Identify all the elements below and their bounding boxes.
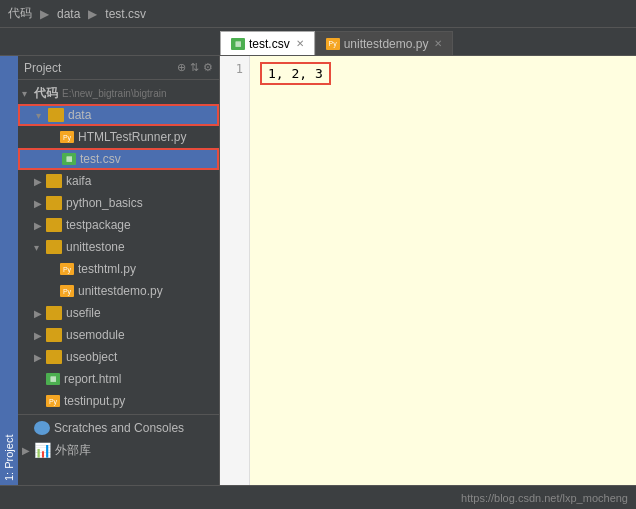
- external-lib[interactable]: ▶ 📊 外部库: [18, 439, 219, 461]
- panel-label-text: 1: Project: [3, 435, 15, 481]
- extlib-label: 外部库: [55, 442, 91, 459]
- tree-item-python-basics[interactable]: ▶ python_basics: [18, 192, 219, 214]
- tab-label-unittestdemo: unittestdemo.py: [344, 37, 429, 51]
- tab-unittestdemo-py[interactable]: Py unittestdemo.py ✕: [315, 31, 454, 55]
- root-arrow: ▾: [22, 88, 34, 99]
- root-label: 代码: [34, 85, 58, 102]
- htmltestrunner-label: HTMLTestRunner.py: [78, 130, 187, 144]
- tree-item-htmltestrunner[interactable]: Py HTMLTestRunner.py: [18, 126, 219, 148]
- project-panel-tab[interactable]: 1: Project: [0, 56, 18, 485]
- add-icon[interactable]: ⊕: [177, 61, 186, 74]
- usemodule-arrow: ▶: [34, 330, 46, 341]
- python-basics-label: python_basics: [66, 196, 143, 210]
- kaifa-arrow: ▶: [34, 176, 46, 187]
- project-tree-wrapper: Project ⊕ ⇅ ⚙ ▾ 代码 E:\new_bigtrain\bigtr…: [18, 56, 219, 485]
- sidebar-inner: 1: Project Project ⊕ ⇅ ⚙ ▾: [0, 56, 219, 485]
- line-numbers: 1: [220, 56, 250, 485]
- gear-icon[interactable]: ⚙: [203, 61, 213, 74]
- csv-icon: ▦: [231, 38, 245, 50]
- data-folder-arrow: ▾: [36, 110, 48, 121]
- tree-item-kaifa[interactable]: ▶ kaifa: [18, 170, 219, 192]
- data-folder-icon: [48, 108, 64, 122]
- title-path-part1: data: [57, 7, 80, 21]
- tab-bar: ▦ test.csv ✕ Py unittestdemo.py ✕: [0, 28, 636, 56]
- usefile-icon: [46, 306, 62, 320]
- title-bar: 代码 ▶ data ▶ test.csv: [0, 0, 636, 28]
- title-sep1: ▶: [40, 7, 49, 21]
- usemodule-label: usemodule: [66, 328, 125, 342]
- sidebar-header-icons: ⊕ ⇅ ⚙: [177, 61, 213, 74]
- tree-item-usemodule[interactable]: ▶ usemodule: [18, 324, 219, 346]
- tree-item-useobject[interactable]: ▶ useobject: [18, 346, 219, 368]
- tree-item-report-html[interactable]: ▦ report.html: [18, 368, 219, 390]
- tree-item-testinput[interactable]: Py testinput.py: [18, 390, 219, 412]
- testpackage-label: testpackage: [66, 218, 131, 232]
- report-label: report.html: [64, 372, 121, 386]
- title-project-label: 代码: [8, 5, 32, 22]
- title-sep2: ▶: [88, 7, 97, 21]
- extlib-arrow: ▶: [22, 445, 34, 456]
- kaifa-icon: [46, 174, 62, 188]
- scratches-label: Scratches and Consoles: [54, 421, 184, 435]
- tree-item-usefile[interactable]: ▶ usefile: [18, 302, 219, 324]
- sidebar-tree[interactable]: ▾ 代码 E:\new_bigtrain\bigtrain ▾ data Py: [18, 80, 219, 485]
- usemodule-icon: [46, 328, 62, 342]
- bottom-bar: https://blog.csdn.net/lxp_mocheng: [0, 485, 636, 509]
- useobject-label: useobject: [66, 350, 117, 364]
- extlib-icon: 📊: [34, 442, 51, 458]
- code-line-1: 1, 2, 3: [260, 62, 626, 84]
- watermark: https://blog.csdn.net/lxp_mocheng: [461, 492, 628, 504]
- tree-item-testhtml[interactable]: Py testhtml.py: [18, 258, 219, 280]
- tab-close-csv[interactable]: ✕: [296, 38, 304, 49]
- testinput-icon: Py: [46, 395, 60, 407]
- tree-root[interactable]: ▾ 代码 E:\new_bigtrain\bigtrain: [18, 82, 219, 104]
- tree-item-testpackage[interactable]: ▶ testpackage: [18, 214, 219, 236]
- main-content: 1: Project Project ⊕ ⇅ ⚙ ▾: [0, 56, 636, 485]
- testpackage-icon: [46, 218, 62, 232]
- unittestdemo-icon: Py: [60, 285, 74, 297]
- unittestdemo-label: unittestdemo.py: [78, 284, 163, 298]
- tab-label-test-csv: test.csv: [249, 37, 290, 51]
- title-path-part2: test.csv: [105, 7, 146, 21]
- tab-close-py[interactable]: ✕: [434, 38, 442, 49]
- editor-content: 1 1, 2, 3: [220, 56, 636, 485]
- editor-area: 1 1, 2, 3: [220, 56, 636, 485]
- code-content: 1, 2, 3: [260, 62, 331, 85]
- unittestone-arrow: ▾: [34, 242, 46, 253]
- sync-icon[interactable]: ⇅: [190, 61, 199, 74]
- useobject-arrow: ▶: [34, 352, 46, 363]
- testcsv-icon: ▦: [62, 153, 76, 165]
- data-folder-label: data: [68, 108, 91, 122]
- usefile-label: usefile: [66, 306, 101, 320]
- sidebar: 1: Project Project ⊕ ⇅ ⚙ ▾: [0, 56, 220, 485]
- unittestone-icon: [46, 240, 62, 254]
- usefile-arrow: ▶: [34, 308, 46, 319]
- kaifa-label: kaifa: [66, 174, 91, 188]
- report-icon: ▦: [46, 373, 60, 385]
- tree-item-data-folder[interactable]: ▾ data: [18, 104, 219, 126]
- testhtml-label: testhtml.py: [78, 262, 136, 276]
- scratches-item[interactable]: Scratches and Consoles: [18, 417, 219, 439]
- scratches-icon: [34, 421, 50, 435]
- testpackage-arrow: ▶: [34, 220, 46, 231]
- py-icon: Py: [326, 38, 340, 50]
- unittestone-label: unittestone: [66, 240, 125, 254]
- line-number-1: 1: [220, 62, 243, 76]
- tab-test-csv[interactable]: ▦ test.csv ✕: [220, 31, 315, 55]
- useobject-icon: [46, 350, 62, 364]
- testinput-label: testinput.py: [64, 394, 125, 408]
- sidebar-header-text: Project: [24, 61, 61, 75]
- code-area[interactable]: 1, 2, 3: [250, 56, 636, 485]
- testhtml-icon: Py: [60, 263, 74, 275]
- tree-item-test-csv[interactable]: ▦ test.csv: [18, 148, 219, 170]
- sidebar-header: Project ⊕ ⇅ ⚙: [18, 56, 219, 80]
- divider: [18, 414, 219, 415]
- tree-item-unittestone[interactable]: ▾ unittestone: [18, 236, 219, 258]
- python-basics-icon: [46, 196, 62, 210]
- htmltestrunner-icon: Py: [60, 131, 74, 143]
- testcsv-label: test.csv: [80, 152, 121, 166]
- python-basics-arrow: ▶: [34, 198, 46, 209]
- tree-item-unittestdemo[interactable]: Py unittestdemo.py: [18, 280, 219, 302]
- root-path: E:\new_bigtrain\bigtrain: [62, 88, 167, 99]
